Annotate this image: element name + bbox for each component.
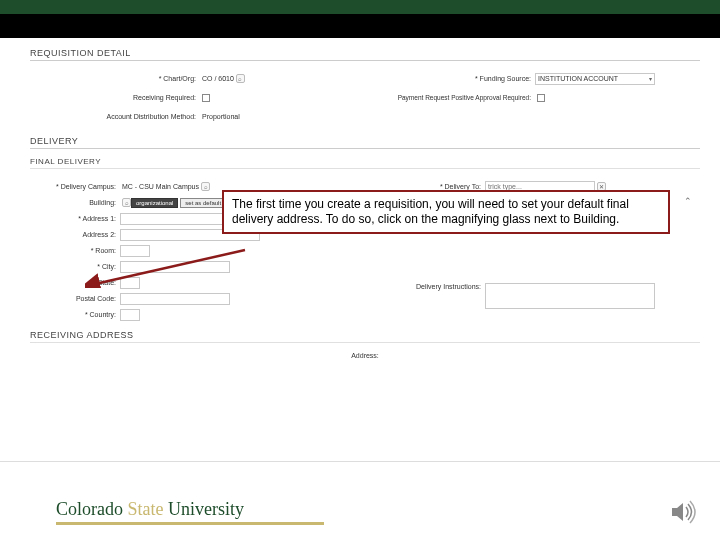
state-input[interactable]: [120, 277, 140, 289]
search-icon[interactable]: ⌕: [201, 182, 210, 191]
room-input[interactable]: [120, 245, 150, 257]
divider: [30, 168, 700, 169]
delivery-instructions-label: Delivery Instructions:: [365, 283, 485, 290]
section-title-final-delivery: FINAL DELIVERY: [30, 157, 700, 166]
logo-text-colorado: Colorado: [56, 499, 123, 519]
positive-approval-label: Payment Request Positive Approval Requir…: [365, 94, 535, 101]
building-label: Building:: [30, 199, 120, 206]
postal-label: Postal Code:: [30, 295, 120, 302]
country-label: * Country:: [30, 311, 120, 318]
address2-label: Address 2:: [30, 231, 120, 238]
section-title-delivery: DELIVERY: [30, 136, 700, 146]
receiving-address-label: Address:: [351, 352, 379, 359]
city-label: * City:: [30, 263, 120, 270]
account-dist-label: Account Distribution Method:: [30, 113, 200, 120]
req-row-2: Receiving Required: Payment Request Posi…: [30, 88, 700, 107]
logo-underline: [56, 522, 324, 525]
divider: [30, 342, 700, 343]
address1-label: * Address 1:: [30, 215, 120, 222]
section-title-requisition-detail: REQUISITION DETAIL: [30, 48, 700, 58]
delivery-campus-label: * Delivery Campus:: [30, 183, 120, 190]
divider: [30, 148, 700, 149]
building-search-icon[interactable]: ⌕: [122, 198, 131, 207]
collapse-caret-icon[interactable]: ⌃: [684, 196, 692, 206]
city-input[interactable]: [120, 261, 230, 273]
country-input[interactable]: [120, 309, 140, 321]
postal-input[interactable]: [120, 293, 230, 305]
chart-org-label: * Chart/Org:: [30, 75, 200, 82]
funding-source-select[interactable]: INSTITUTION ACCOUNT: [535, 73, 655, 85]
divider: [30, 60, 700, 61]
chart-org-value: CO / 6010: [200, 75, 234, 82]
account-dist-value: Proportional: [200, 113, 240, 120]
req-row-1: * Chart/Org: CO / 6010 ⌕ * Funding Sourc…: [30, 69, 700, 88]
delivery-campus-value: MC - CSU Main Campus: [120, 183, 199, 190]
top-green-bar: [0, 0, 720, 14]
header-black-bar: [0, 14, 720, 38]
logo-text-university: University: [168, 499, 244, 519]
section-title-receiving-address: RECEIVING ADDRESS: [30, 330, 700, 340]
speaker-icon[interactable]: [670, 500, 696, 524]
receiving-required-checkbox[interactable]: [202, 94, 210, 102]
organizational-button[interactable]: organizational: [131, 198, 178, 208]
funding-source-label: * Funding Source:: [365, 75, 535, 82]
search-icon[interactable]: ⌕: [236, 74, 245, 83]
req-row-3: Account Distribution Method: Proportiona…: [30, 107, 700, 126]
receiving-required-label: Receiving Required:: [30, 94, 200, 101]
positive-approval-checkbox[interactable]: [537, 94, 545, 102]
delivery-to-label: * Delivery To:: [365, 183, 485, 190]
csu-logo: Colorado State University: [56, 499, 324, 525]
room-label: * Room:: [30, 247, 120, 254]
footer-divider: [0, 461, 720, 462]
state-label: State:: [30, 279, 120, 286]
footer: Colorado State University: [0, 488, 720, 540]
instruction-callout: The first time you create a requisition,…: [222, 190, 670, 234]
delivery-instructions-textarea[interactable]: [485, 283, 655, 309]
logo-text-state: State: [128, 499, 164, 519]
